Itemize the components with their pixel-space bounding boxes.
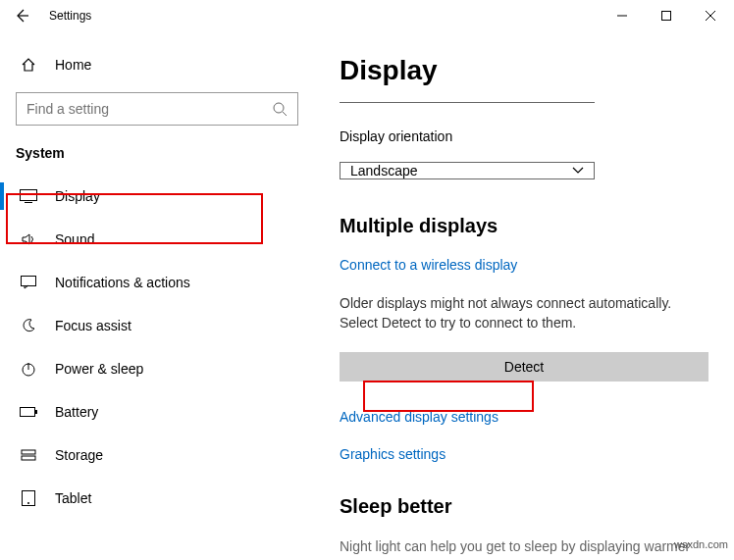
search-icon <box>272 101 288 117</box>
watermark: wsxdn.com <box>674 538 728 550</box>
moon-icon <box>20 318 37 333</box>
close-button[interactable] <box>688 1 732 30</box>
arrow-left-icon <box>14 8 29 24</box>
storage-icon <box>20 447 37 463</box>
back-button[interactable] <box>12 6 31 25</box>
home-icon <box>20 57 37 73</box>
app-title: Settings <box>49 9 91 23</box>
home-label: Home <box>55 57 91 73</box>
detect-description: Older displays might not always connect … <box>340 294 708 332</box>
monitor-icon <box>20 189 37 203</box>
sleep-better-desc: Night light can help you get to sleep by… <box>340 537 708 557</box>
orientation-value: Landscape <box>350 163 418 178</box>
graphics-settings-link[interactable]: Graphics settings <box>340 446 708 462</box>
multiple-displays-heading: Multiple displays <box>340 215 708 237</box>
sidebar-item-display[interactable]: Display <box>0 175 314 218</box>
svg-point-1 <box>274 103 284 113</box>
sidebar-item-focus-assist[interactable]: Focus assist <box>0 304 314 347</box>
sidebar-item-label: Battery <box>55 404 98 420</box>
page-title: Display <box>340 55 708 86</box>
svg-rect-0 <box>661 12 670 21</box>
sidebar-item-label: Notifications & actions <box>55 275 190 290</box>
minimize-button[interactable] <box>600 1 644 30</box>
sidebar-item-label: Tablet <box>55 490 91 506</box>
svg-rect-6 <box>35 410 37 414</box>
sleep-better-heading: Sleep better <box>340 495 708 518</box>
connect-wireless-link[interactable]: Connect to a wireless display <box>340 257 708 273</box>
slider-placeholder <box>340 102 595 103</box>
maximize-button[interactable] <box>644 1 688 30</box>
svg-rect-5 <box>21 408 35 417</box>
home-nav[interactable]: Home <box>0 47 314 82</box>
tablet-icon <box>20 490 37 506</box>
titlebar: Settings <box>0 0 734 31</box>
sidebar-item-tablet[interactable]: Tablet <box>0 477 314 520</box>
orientation-select[interactable]: Landscape <box>340 162 595 179</box>
speaker-icon <box>20 231 37 247</box>
sidebar-item-power-sleep[interactable]: Power & sleep <box>0 347 314 390</box>
search-input[interactable] <box>26 101 272 117</box>
search-box[interactable] <box>16 92 298 126</box>
sidebar-item-label: Sound <box>55 231 94 247</box>
svg-rect-8 <box>22 456 35 460</box>
sidebar-item-sound[interactable]: Sound <box>0 218 314 261</box>
sidebar-item-label: Display <box>55 188 100 204</box>
sidebar-item-label: Storage <box>55 447 103 463</box>
sidebar-item-storage[interactable]: Storage <box>0 433 314 477</box>
detect-button[interactable]: Detect <box>340 352 708 382</box>
category-title: System <box>0 139 314 175</box>
chevron-down-icon <box>572 167 584 175</box>
maximize-icon <box>661 11 671 21</box>
advanced-display-link[interactable]: Advanced display settings <box>340 409 708 425</box>
sidebar-item-label: Focus assist <box>55 318 131 333</box>
minimize-icon <box>617 11 627 21</box>
nav-list: Display Sound Notifications & actions Fo… <box>0 175 314 520</box>
close-icon <box>706 11 715 21</box>
svg-point-10 <box>27 502 29 504</box>
svg-rect-7 <box>22 450 35 454</box>
sidebar-item-notifications[interactable]: Notifications & actions <box>0 261 314 304</box>
message-icon <box>20 276 37 289</box>
main-content: Display Display orientation Landscape Mu… <box>314 31 734 560</box>
svg-rect-3 <box>22 277 36 286</box>
power-icon <box>20 361 37 377</box>
svg-rect-2 <box>21 190 37 201</box>
sidebar-item-label: Power & sleep <box>55 361 143 377</box>
sidebar-item-battery[interactable]: Battery <box>0 390 314 433</box>
orientation-label: Display orientation <box>340 128 708 144</box>
sidebar: Home System Display Sound <box>0 31 314 560</box>
battery-icon <box>20 407 37 417</box>
